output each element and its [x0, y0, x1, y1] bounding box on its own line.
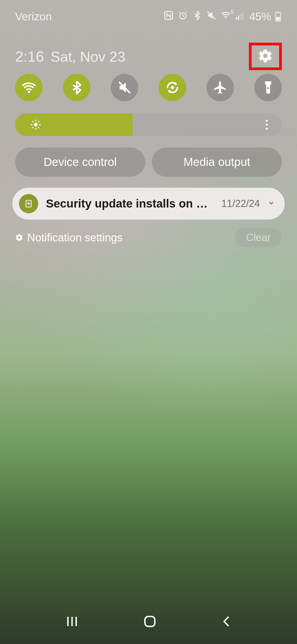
panel-pill-row: Device control Media output [15, 148, 282, 177]
svg-point-14 [267, 87, 269, 89]
brightness-slider[interactable] [15, 113, 282, 136]
svg-rect-9 [277, 12, 279, 13]
brightness-icon [30, 119, 41, 130]
flashlight-tile[interactable] [254, 74, 282, 101]
back-icon [219, 615, 233, 628]
gear-icon [15, 233, 23, 242]
time-label: 2:16 [15, 48, 44, 65]
bluetooth-status-icon [192, 10, 202, 23]
signal-icon [235, 10, 245, 23]
recents-icon [64, 615, 80, 628]
brightness-fill [15, 113, 133, 136]
svg-point-26 [266, 128, 268, 130]
airplane-icon [213, 80, 228, 95]
mute-status-icon [206, 10, 217, 23]
status-bar: Verizon 6 45% [0, 0, 297, 33]
back-button[interactable] [219, 615, 233, 629]
svg-rect-4 [236, 17, 237, 20]
carrier-label: Verizon [15, 10, 52, 23]
system-update-icon [24, 199, 33, 208]
notification-settings-button[interactable]: Notification settings [15, 231, 123, 244]
nfc-icon [163, 10, 174, 23]
svg-line-20 [32, 121, 33, 122]
brightness-more-button[interactable] [260, 113, 274, 136]
notification-title: Security update installs on 11/24 at... [46, 197, 211, 210]
device-control-button[interactable]: Device control [15, 148, 145, 177]
bluetooth-tile[interactable] [63, 74, 90, 101]
wifi-status-icon: 6 [221, 10, 231, 23]
svg-line-23 [38, 121, 39, 122]
clear-label: Clear [246, 232, 271, 244]
mute-icon [117, 80, 132, 95]
chevron-down-icon [268, 200, 275, 207]
svg-line-21 [38, 127, 39, 128]
home-icon [142, 614, 158, 629]
settings-button[interactable] [258, 48, 273, 65]
bluetooth-icon [69, 80, 84, 95]
update-app-icon [19, 194, 38, 213]
flashlight-icon [261, 80, 276, 95]
mute-tile[interactable] [111, 74, 138, 101]
svg-rect-6 [240, 13, 241, 20]
date-label: Sat, Nov 23 [51, 48, 125, 65]
svg-point-25 [266, 124, 268, 125]
svg-line-22 [32, 127, 33, 128]
wifi-icon [21, 80, 36, 95]
expand-button[interactable] [268, 200, 275, 208]
auto-rotate-icon [165, 80, 180, 95]
svg-rect-31 [145, 616, 155, 626]
svg-rect-5 [238, 15, 239, 20]
notification-footer: Notification settings Clear [12, 228, 285, 247]
wifi-tile[interactable] [15, 74, 43, 101]
clear-button[interactable]: Clear [235, 228, 282, 247]
svg-point-15 [34, 123, 37, 126]
media-output-button[interactable]: Media output [152, 148, 282, 177]
battery-percent: 45% [249, 10, 271, 23]
airplane-tile[interactable] [207, 74, 234, 101]
notification-date: 11/22/24 [221, 198, 260, 209]
notification-card[interactable]: Security update installs on 11/24 at... … [12, 188, 285, 220]
time-date: 2:16 Sat, Nov 23 [15, 48, 125, 65]
home-button[interactable] [142, 614, 158, 630]
notification-settings-label: Notification settings [27, 231, 123, 244]
svg-rect-13 [170, 85, 175, 90]
svg-rect-10 [276, 17, 280, 21]
alarm-icon [178, 10, 188, 23]
quick-settings-tiles [0, 74, 297, 101]
battery-indicator: 45% [249, 10, 283, 23]
svg-rect-7 [242, 12, 244, 20]
panel-header: 2:16 Sat, Nov 23 [0, 43, 297, 70]
highlight-box [249, 43, 282, 70]
media-output-label: Media output [183, 155, 250, 169]
device-control-label: Device control [43, 155, 117, 169]
svg-point-24 [266, 120, 268, 122]
svg-point-3 [225, 17, 226, 18]
status-icons: 6 45% [163, 10, 283, 23]
svg-point-11 [28, 91, 30, 93]
navigation-bar [0, 608, 297, 636]
recents-button[interactable] [64, 615, 80, 629]
more-vert-icon [266, 120, 268, 130]
auto-rotate-tile[interactable] [159, 74, 186, 101]
